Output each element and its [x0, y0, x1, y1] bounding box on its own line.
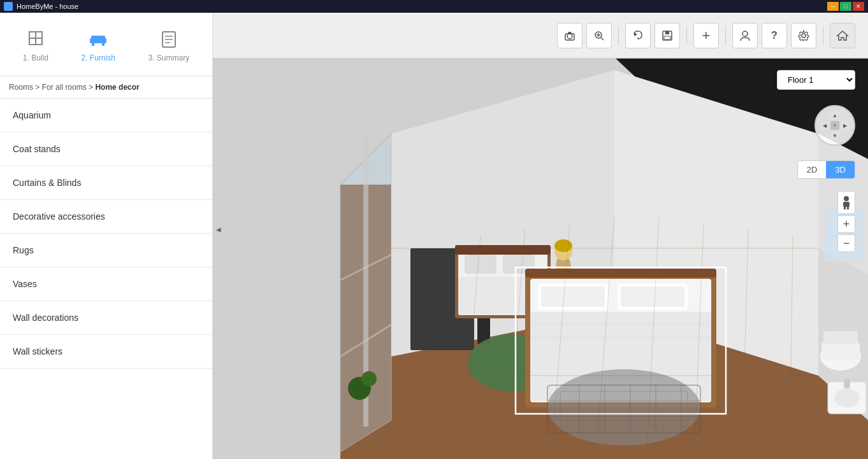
svg-point-82 — [567, 34, 572, 39]
svg-line-86 — [601, 38, 604, 40]
minimize-button[interactable]: ─ — [827, 2, 839, 11]
help-button[interactable]: ? — [762, 23, 787, 48]
zoom-in-button[interactable]: + — [837, 215, 855, 233]
breadcrumb-forall[interactable]: For all rooms — [42, 83, 87, 92]
toolbar-separator-1 — [618, 26, 619, 45]
svg-rect-92 — [664, 36, 670, 39]
breadcrumb-sep2: > — [89, 83, 95, 92]
maximize-button[interactable]: □ — [840, 2, 851, 11]
svg-rect-97 — [843, 202, 850, 207]
zoom-out-button[interactable]: − — [837, 234, 855, 252]
camera-button[interactable] — [557, 23, 582, 48]
svg-marker-84 — [568, 32, 572, 34]
svg-point-93 — [742, 31, 748, 36]
compass-right-button[interactable]: ▶ — [841, 121, 850, 130]
svg-rect-65 — [844, 379, 850, 388]
sidebar-collapse-button[interactable]: ◀ — [213, 217, 224, 243]
nav-compass[interactable]: ▲ ◀ + ▶ ▼ — [814, 105, 855, 146]
svg-marker-95 — [837, 31, 848, 40]
view-3d-button[interactable]: 3D — [826, 161, 855, 178]
furnish-label: 2. Furnish — [81, 53, 115, 62]
top-nav: 1. Build 2. Furnish — [0, 13, 212, 76]
svg-rect-5 — [92, 43, 94, 46]
toolbar-separator-2 — [686, 26, 687, 45]
svg-point-26 — [361, 371, 377, 386]
nav-item-furnish[interactable]: 2. Furnish — [71, 22, 125, 67]
svg-rect-3 — [90, 38, 106, 43]
floor-select[interactable]: Floor 1 Floor 2 Ground Floor — [777, 70, 855, 90]
svg-point-96 — [844, 196, 849, 201]
category-item-wall-decorations[interactable]: Wall decorations — [0, 301, 212, 335]
compass-down-button[interactable]: ▼ — [830, 131, 839, 140]
svg-point-35 — [554, 239, 572, 252]
titlebar-title: HomeByMe - house — [17, 3, 78, 10]
titlebar-controls: ─ □ ✕ — [827, 2, 864, 11]
toolbar-separator-3 — [725, 26, 726, 45]
compass-center-button[interactable]: + — [830, 121, 839, 130]
svg-rect-91 — [665, 31, 669, 34]
category-item-curtains-blinds[interactable]: Curtains & Blinds — [0, 166, 212, 200]
zoom-controls: + − — [837, 191, 855, 252]
category-item-decorative-accessories[interactable]: Decorative accessories — [0, 200, 212, 234]
svg-rect-61 — [821, 342, 860, 360]
main-container: 1. Build 2. Furnish — [0, 13, 868, 459]
build-icon — [24, 27, 47, 50]
svg-rect-6 — [102, 43, 105, 46]
zoom-search-button[interactable] — [586, 23, 612, 48]
svg-point-49 — [547, 369, 700, 446]
person-button[interactable] — [837, 191, 855, 214]
floor-selector[interactable]: Floor 1 Floor 2 Ground Floor — [777, 70, 855, 90]
close-button[interactable]: ✕ — [853, 2, 864, 11]
category-item-rugs[interactable]: Rugs — [0, 234, 212, 267]
svg-marker-89 — [634, 32, 637, 36]
breadcrumb-sep1: > — [35, 83, 41, 92]
compass-left-button[interactable]: ◀ — [820, 121, 829, 130]
profile-button[interactable] — [732, 23, 758, 48]
category-list: AquariumCoat standsCurtains & BlindsDeco… — [0, 99, 212, 459]
compass-inner: ▲ ◀ + ▶ ▼ — [820, 111, 850, 140]
category-item-coat-stands[interactable]: Coat stands — [0, 132, 212, 166]
svg-point-64 — [834, 388, 860, 407]
category-item-aquarium[interactable]: Aquarium — [0, 99, 212, 132]
view-2d-button[interactable]: 2D — [798, 161, 827, 178]
compass-up-button[interactable]: ▲ — [830, 111, 839, 120]
toolbar: + ? — [213, 13, 868, 59]
svg-rect-98 — [844, 206, 846, 209]
toolbar-separator-4 — [823, 26, 823, 45]
svg-rect-62 — [823, 331, 858, 344]
breadcrumb-current: Home decor — [95, 83, 139, 92]
breadcrumb: Rooms > For all rooms > Home decor — [0, 76, 212, 99]
add-button[interactable]: + — [693, 23, 719, 48]
build-label: 1. Build — [23, 53, 48, 62]
settings-button[interactable] — [791, 23, 816, 48]
svg-rect-44 — [541, 286, 605, 307]
breadcrumb-rooms[interactable]: Rooms — [9, 83, 33, 92]
undo-button[interactable] — [625, 23, 651, 48]
app-icon — [4, 2, 13, 11]
titlebar: HomeByMe - house ─ □ ✕ — [0, 0, 868, 13]
svg-rect-29 — [465, 255, 496, 274]
titlebar-left: HomeByMe - house — [4, 2, 78, 11]
save-button[interactable] — [655, 23, 680, 48]
furnish-icon — [87, 27, 110, 50]
svg-rect-45 — [621, 286, 684, 307]
nav-item-build[interactable]: 1. Build — [13, 22, 59, 67]
svg-rect-99 — [847, 206, 849, 209]
summary-label: 3. Summary — [148, 53, 189, 62]
sidebar: 1. Build 2. Furnish — [0, 13, 213, 459]
svg-point-94 — [802, 34, 806, 38]
svg-rect-46 — [525, 269, 716, 278]
summary-icon — [157, 27, 180, 50]
svg-rect-4 — [91, 36, 105, 39]
category-item-wall-stickers[interactable]: Wall stickers — [0, 335, 212, 369]
home-button[interactable] — [830, 23, 855, 48]
viewport-inner: + ? Floor 1 Floor 2 Ground — [213, 13, 868, 459]
svg-rect-32 — [455, 245, 551, 255]
viewport: + ? Floor 1 Floor 2 Ground — [213, 13, 868, 459]
view-toggle: 2D 3D — [797, 160, 855, 179]
scene-svg — [213, 13, 868, 459]
category-item-vases[interactable]: Vases — [0, 267, 212, 301]
nav-item-summary[interactable]: 3. Summary — [138, 22, 199, 67]
